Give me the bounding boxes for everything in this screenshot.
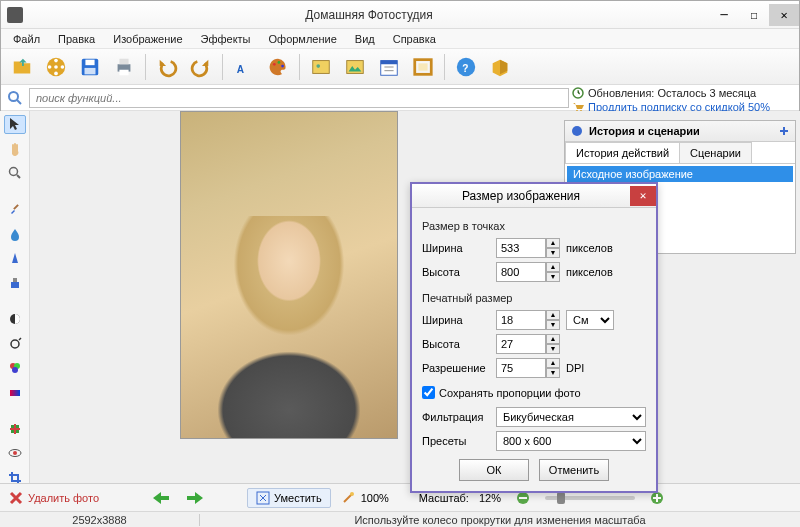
menu-view[interactable]: Вид [347, 31, 383, 47]
brush-tool[interactable] [4, 200, 26, 219]
svg-point-17 [316, 64, 320, 68]
print-width-input[interactable] [496, 310, 546, 330]
calendar-button[interactable] [374, 52, 404, 82]
height-spinner[interactable]: ▲▼ [546, 262, 560, 282]
print-button[interactable] [109, 52, 139, 82]
undo-button[interactable] [152, 52, 182, 82]
svg-point-2 [54, 58, 58, 62]
svg-rect-16 [313, 60, 330, 73]
svg-text:A: A [237, 64, 245, 75]
image-tool-2[interactable] [340, 52, 370, 82]
menu-effects[interactable]: Эффекты [193, 31, 259, 47]
drop-tool[interactable] [4, 225, 26, 244]
menu-edit[interactable]: Правка [50, 31, 103, 47]
next-button[interactable] [183, 488, 207, 508]
tool-strip [0, 111, 30, 487]
gradient-tool[interactable] [4, 383, 26, 402]
menu-file[interactable]: Файл [5, 31, 48, 47]
toolbar: A ? [1, 49, 799, 85]
keep-ratio-checkbox[interactable] [422, 386, 435, 399]
svg-rect-53 [656, 494, 658, 502]
preset-label: Пресеты [422, 435, 490, 447]
update-info: Обновления: Осталось 3 месяца Продлить п… [572, 86, 794, 114]
prev-button[interactable] [149, 488, 173, 508]
svg-point-46 [572, 126, 582, 136]
svg-point-45 [13, 451, 17, 455]
clock-icon [572, 87, 584, 99]
width-input[interactable] [496, 238, 546, 258]
svg-point-3 [54, 71, 58, 75]
titlebar: Домашняя Фотостудия ─ ☐ ✕ [1, 1, 799, 29]
maximize-button[interactable]: ☐ [739, 4, 769, 26]
delete-icon [8, 490, 24, 506]
patch-tool[interactable] [4, 419, 26, 438]
scale-label: Масштаб: [419, 492, 469, 504]
svg-rect-7 [85, 59, 94, 64]
history-item[interactable]: Исходное изображение [567, 166, 793, 182]
wand-icon [341, 491, 355, 505]
eye-tool[interactable] [4, 444, 26, 463]
dodge-tool[interactable] [4, 334, 26, 353]
image-dimensions: 2592x3888 [0, 514, 200, 526]
svg-line-33 [17, 175, 20, 178]
box-button[interactable] [485, 52, 515, 82]
history-plus-icon[interactable] [779, 126, 789, 136]
sharpen-tool[interactable] [4, 249, 26, 268]
delete-photo-button[interactable]: Удалить фото [8, 490, 99, 506]
bottom-bar: Удалить фото Уместить 100% Масштаб: 12% [0, 483, 800, 511]
svg-rect-20 [381, 60, 398, 64]
zoom-tool[interactable] [4, 164, 26, 183]
search-input[interactable] [29, 88, 569, 108]
film-button[interactable] [41, 52, 71, 82]
svg-point-13 [273, 62, 276, 65]
svg-point-5 [61, 65, 65, 69]
tab-actions[interactable]: История действий [565, 142, 680, 163]
ok-button[interactable]: ОК [459, 459, 529, 481]
history-title: История и сценарии [589, 125, 700, 137]
zoom-slider[interactable] [545, 496, 635, 500]
scale-value: 12% [479, 492, 501, 504]
svg-point-1 [54, 65, 58, 69]
pointer-tool[interactable] [4, 115, 26, 134]
text-button[interactable]: A [229, 52, 259, 82]
menu-image[interactable]: Изображение [105, 31, 190, 47]
resolution-input[interactable] [496, 358, 546, 378]
zoom-100[interactable]: 100% [341, 491, 389, 505]
menu-help[interactable]: Справка [385, 31, 444, 47]
cancel-button[interactable]: Отменить [539, 459, 609, 481]
contrast-tool[interactable] [4, 310, 26, 329]
width-spinner[interactable]: ▲▼ [546, 238, 560, 258]
preset-select[interactable]: 800 x 600 [496, 431, 646, 451]
open-button[interactable] [7, 52, 37, 82]
svg-rect-10 [119, 58, 128, 64]
save-button[interactable] [75, 52, 105, 82]
clone-tool[interactable] [4, 274, 26, 293]
image-tool-1[interactable] [306, 52, 336, 82]
palette-button[interactable] [263, 52, 293, 82]
svg-line-38 [19, 338, 21, 340]
unit-select[interactable]: См [566, 310, 614, 330]
menu-design[interactable]: Оформление [261, 31, 345, 47]
status-hint: Используйте колесо прокрутки для изменен… [200, 514, 800, 526]
color-tool[interactable] [4, 359, 26, 378]
svg-rect-34 [13, 205, 19, 211]
hand-tool[interactable] [4, 140, 26, 159]
redo-button[interactable] [186, 52, 216, 82]
frame-button[interactable] [408, 52, 438, 82]
close-button[interactable]: ✕ [769, 4, 799, 26]
svg-point-37 [11, 340, 19, 348]
minimize-button[interactable]: ─ [709, 4, 739, 26]
print-height-input[interactable] [496, 334, 546, 354]
svg-rect-11 [119, 69, 128, 75]
dialog-close-button[interactable]: ✕ [630, 186, 656, 206]
height-input[interactable] [496, 262, 546, 282]
svg-point-4 [48, 65, 52, 69]
filter-select[interactable]: Бикубическая [496, 407, 646, 427]
tab-scenarios[interactable]: Сценарии [679, 142, 752, 163]
fit-icon [256, 491, 270, 505]
resolution-label: Разрешение [422, 362, 490, 374]
svg-text:?: ? [462, 62, 468, 73]
svg-line-28 [17, 100, 21, 104]
fit-button[interactable]: Уместить [247, 488, 331, 508]
help-button[interactable]: ? [451, 52, 481, 82]
